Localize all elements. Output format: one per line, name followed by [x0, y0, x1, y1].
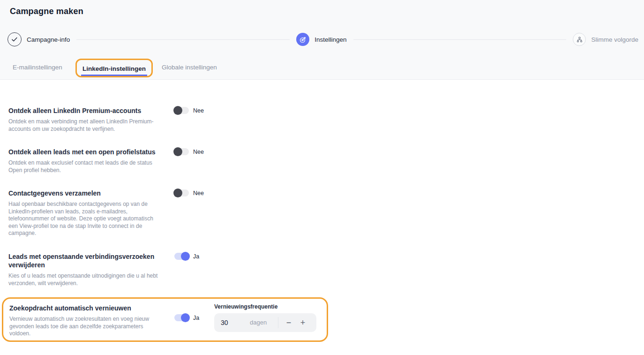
check-circle-icon: [7, 32, 22, 46]
toggle-group: Nee: [174, 189, 204, 196]
setting-title: Contactgegevens verzamelen: [8, 189, 170, 197]
toggle-state-label: Nee: [193, 190, 204, 196]
toggle-state-label: Nee: [193, 107, 204, 114]
highlight-annotation-tab: LinkedIn-instellingen: [75, 59, 153, 77]
toggle-group: Ja: [174, 314, 199, 321]
toggle-knob: [173, 189, 182, 197]
setting-row-auto-refresh: Zoekopdracht automatisch vernieuwen Vern…: [3, 299, 327, 340]
setting-row-open-profile: Ontdek alleen leads met een open profiel…: [8, 148, 644, 174]
setting-title: Leads met openstaande verbindingsverzoek…: [8, 252, 170, 269]
refresh-frequency-group: Vernieuwingsfrequentie dagen − +: [214, 303, 316, 332]
toggle-knob: [181, 252, 190, 261]
open-profile-toggle[interactable]: [174, 148, 189, 155]
toggle-knob: [173, 106, 182, 115]
step-label: Slimme volgorde: [591, 36, 638, 43]
setting-description: Kies of u leads met openstaande uitnodig…: [8, 272, 163, 287]
setting-description: Ontdek en maak verbinding met alleen Lin…: [8, 118, 163, 133]
step-campagne-info[interactable]: Campagne-info: [7, 32, 70, 46]
stepper-connector: [76, 39, 290, 40]
highlight-annotation-auto-refresh: Zoekopdracht automatisch vernieuwen Vern…: [2, 297, 328, 342]
pending-invites-toggle[interactable]: [174, 253, 189, 260]
setting-row-premium-accounts: Ontdek alleen LinkedIn Premium-accounts …: [8, 106, 644, 133]
step-label: Campagne-info: [27, 36, 70, 43]
hierarchy-icon: [573, 33, 586, 46]
setting-description: Vernieuw automatisch uw zoekresultaten e…: [9, 316, 164, 338]
wizard-stepper: Campagne-info Instellingen: [7, 32, 638, 47]
step-instellingen[interactable]: Instellingen: [296, 33, 346, 46]
setting-row-pending-invites: Leads met openstaande verbindingsverzoek…: [8, 252, 644, 287]
toggle-state-label: Nee: [193, 149, 204, 155]
tab-globale-instellingen[interactable]: Globale instellingen: [162, 64, 217, 71]
refresh-frequency-input[interactable]: [221, 313, 241, 332]
field-divider: [278, 317, 278, 328]
setting-description: Ontdek en maak exclusief contact met lea…: [8, 159, 163, 174]
target-icon: [296, 33, 309, 46]
toggle-knob: [173, 147, 182, 156]
refresh-frequency-label: Vernieuwingsfrequentie: [214, 303, 316, 310]
stepper-connector: [353, 39, 567, 40]
setting-row-contact-info: Contactgegevens verzamelen Haal openbaar…: [8, 189, 644, 237]
increment-button[interactable]: +: [297, 317, 309, 328]
setting-title: Ontdek alleen LinkedIn Premium-accounts: [8, 106, 170, 115]
toggle-group: Nee: [174, 148, 204, 155]
step-label: Instellingen: [315, 36, 346, 43]
refresh-frequency-field: dagen − +: [214, 313, 316, 332]
toggle-group: Ja: [174, 253, 199, 260]
page-title: Campagne maken: [10, 7, 83, 16]
campaign-settings-screen: Campagne maken Campagne-info Instellinge…: [0, 0, 644, 355]
tab-linkedin-instellingen[interactable]: LinkedIn-instellingen: [81, 61, 147, 76]
premium-accounts-toggle[interactable]: [174, 107, 189, 114]
toggle-state-label: Ja: [193, 253, 199, 260]
contact-info-toggle[interactable]: [174, 189, 189, 196]
toggle-state-label: Ja: [193, 315, 199, 321]
tab-email-instellingen[interactable]: E-mailinstellingen: [13, 64, 62, 71]
auto-refresh-toggle[interactable]: [174, 314, 189, 321]
setting-description: Haal openbaar beschikbare contactgegeven…: [8, 201, 163, 237]
toggle-group: Nee: [174, 107, 204, 114]
refresh-frequency-unit: dagen: [250, 319, 267, 326]
decrement-button[interactable]: −: [283, 317, 295, 328]
setting-title: Zoekopdracht automatisch vernieuwen: [9, 304, 171, 312]
toggle-knob: [181, 313, 190, 322]
setting-title: Ontdek alleen leads met een open profiel…: [8, 148, 170, 156]
step-slimme-volgorde[interactable]: Slimme volgorde: [573, 33, 638, 46]
